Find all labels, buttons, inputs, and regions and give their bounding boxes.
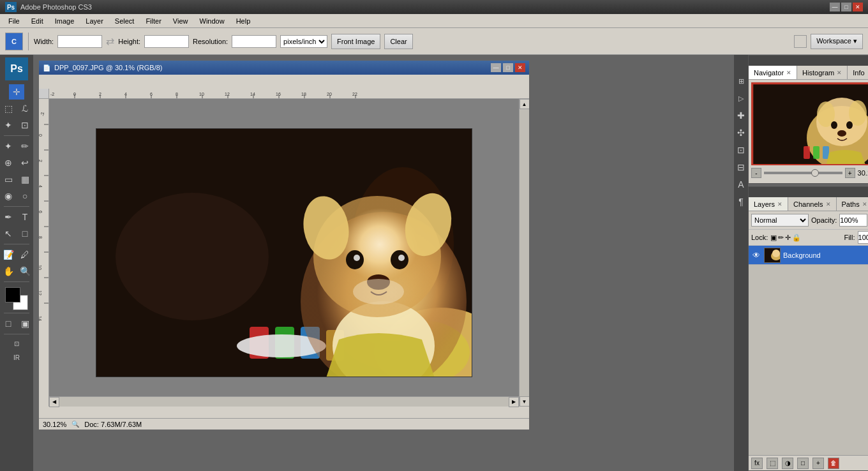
zoom-indicator-icon[interactable]: 🔍 xyxy=(71,421,79,428)
layer-visibility-icon[interactable]: 👁 xyxy=(751,250,761,260)
close-button[interactable]: ✕ xyxy=(853,3,863,11)
dodge-tool[interactable]: ○ xyxy=(17,188,33,204)
scroll-up-arrow[interactable]: ▲ xyxy=(520,99,530,109)
doc-minimize-button[interactable]: — xyxy=(491,63,501,72)
scroll-left-arrow[interactable]: ◀ xyxy=(49,397,59,407)
opacity-input[interactable] xyxy=(839,214,867,227)
layer-fx-btn[interactable]: fx xyxy=(751,458,763,469)
blend-mode-select[interactable]: Normal xyxy=(751,214,809,227)
standard-mode-btn[interactable]: □ xyxy=(1,316,16,331)
right-side-panel: ⊞ ▷ ✚ ✣ ⊡ ⊟ A ¶ ◀ ▶ Navigator xyxy=(734,55,868,471)
doc-maximize-button[interactable]: □ xyxy=(503,63,513,72)
maximize-button[interactable]: □ xyxy=(841,3,851,11)
right-tool-7[interactable]: A xyxy=(733,177,749,192)
menu-bar: File Edit Image Layer Select Filter View… xyxy=(0,14,868,28)
tool-options-icon[interactable]: C xyxy=(5,33,23,50)
layer-group-btn[interactable]: □ xyxy=(797,458,809,469)
zoom-slider-thumb[interactable] xyxy=(811,169,819,177)
spot-heal-tool[interactable]: ✦ xyxy=(1,138,16,154)
brush-tool[interactable]: ✏ xyxy=(17,138,33,154)
lock-transparent-btn[interactable]: ▣ xyxy=(770,234,777,242)
navigator-preview[interactable] xyxy=(751,82,868,165)
tab-navigator[interactable]: Navigator ✕ xyxy=(749,66,797,79)
zoom-tool[interactable]: 🔍 xyxy=(17,264,33,279)
resolution-unit-select[interactable]: pixels/inch xyxy=(280,35,327,48)
color-swatches[interactable] xyxy=(5,287,28,310)
lasso-tool[interactable]: ℒ xyxy=(17,101,33,116)
layer-row-background[interactable]: 👁 Background 🔒 xyxy=(749,246,868,265)
right-tool-4[interactable]: ✣ xyxy=(733,125,749,140)
menu-file[interactable]: File xyxy=(3,15,26,27)
menu-filter[interactable]: Filter xyxy=(140,15,167,27)
vertical-scrollbar[interactable]: ▲ ▼ xyxy=(519,99,529,407)
right-tool-8[interactable]: ¶ xyxy=(733,194,749,209)
tab-channels[interactable]: Channels ✕ xyxy=(788,197,836,211)
channels-tab-close[interactable]: ✕ xyxy=(826,201,831,207)
navigator-close-icon[interactable]: ✕ xyxy=(786,70,791,76)
new-layer-btn[interactable]: + xyxy=(812,458,824,469)
delete-layer-btn[interactable]: 🗑 xyxy=(828,458,839,469)
height-input[interactable] xyxy=(144,35,189,48)
menu-help[interactable]: Help xyxy=(230,15,257,27)
shape-tool[interactable]: □ xyxy=(17,226,33,241)
magic-wand-tool[interactable]: ✦ xyxy=(1,117,16,133)
scroll-down-arrow[interactable]: ▼ xyxy=(520,396,530,407)
front-image-button[interactable]: Front Image xyxy=(331,34,380,49)
menu-edit[interactable]: Edit xyxy=(26,15,49,27)
menu-select[interactable]: Select xyxy=(109,15,140,27)
type-tool[interactable]: T xyxy=(17,209,33,225)
menu-image[interactable]: Image xyxy=(49,15,80,27)
right-tool-6[interactable]: ⊟ xyxy=(733,160,749,175)
paths-tab-close[interactable]: ✕ xyxy=(862,201,867,207)
marquee-tool[interactable]: ⬚ xyxy=(1,101,16,116)
right-tool-1[interactable]: ⊞ xyxy=(733,73,749,89)
clear-button[interactable]: Clear xyxy=(384,34,412,49)
resolution-input[interactable] xyxy=(232,35,276,48)
zoom-out-btn[interactable]: - xyxy=(751,168,761,178)
menu-view[interactable]: View xyxy=(167,15,194,27)
right-tool-2[interactable]: ▷ xyxy=(733,91,749,106)
right-tool-3[interactable]: ✚ xyxy=(733,108,749,123)
workspace-button[interactable]: Workspace ▾ xyxy=(811,34,863,49)
minimize-button[interactable]: — xyxy=(830,3,840,11)
menu-window[interactable]: Window xyxy=(194,15,230,27)
foreground-color-swatch[interactable] xyxy=(5,287,20,303)
hand-tool[interactable]: ✋ xyxy=(1,264,16,279)
histogram-close-icon[interactable]: ✕ xyxy=(837,70,842,76)
menu-layer[interactable]: Layer xyxy=(80,15,109,27)
screen-mode-btn[interactable]: ⊡ xyxy=(5,337,28,350)
workspace-icon[interactable] xyxy=(794,35,807,48)
blur-tool[interactable]: ◉ xyxy=(1,188,16,204)
scroll-right-arrow[interactable]: ▶ xyxy=(509,397,519,407)
tab-info[interactable]: Info ✕ xyxy=(848,66,868,79)
right-tool-5[interactable]: ⊡ xyxy=(733,142,749,158)
lock-position-btn[interactable]: ✛ xyxy=(785,234,791,242)
move-tool[interactable]: ✛ xyxy=(9,84,24,100)
tab-paths[interactable]: Paths ✕ xyxy=(837,197,868,211)
imageready-btn[interactable]: IR xyxy=(5,351,28,364)
eyedropper-tool[interactable]: 🖊 xyxy=(17,247,33,262)
lock-all-btn[interactable]: 🔒 xyxy=(792,234,801,242)
history-brush-tool[interactable]: ↩ xyxy=(17,155,33,170)
zoom-slider[interactable] xyxy=(764,172,842,174)
width-input[interactable] xyxy=(57,35,102,48)
horizontal-scrollbar[interactable]: ◀ ▶ xyxy=(49,396,519,407)
layer-mask-btn[interactable]: ⬚ xyxy=(767,458,778,469)
doc-close-button[interactable]: ✕ xyxy=(515,63,525,72)
tab-layers[interactable]: Layers ✕ xyxy=(749,197,788,211)
crop-tool[interactable]: ⊡ xyxy=(17,117,33,133)
layer-adjustment-btn[interactable]: ◑ xyxy=(782,458,793,469)
pen-tool[interactable]: ✒ xyxy=(1,209,16,225)
zoom-in-btn[interactable]: + xyxy=(845,168,855,178)
width-link-icon[interactable]: ⇄ xyxy=(106,35,114,47)
fill-input[interactable] xyxy=(858,231,868,244)
layers-tab-close[interactable]: ✕ xyxy=(777,201,782,207)
eraser-tool[interactable]: ▭ xyxy=(1,172,16,187)
tab-histogram[interactable]: Histogram ✕ xyxy=(797,66,848,79)
lock-image-btn[interactable]: ✏ xyxy=(778,234,784,242)
path-select-tool[interactable]: ↖ xyxy=(1,226,16,241)
quick-mask-btn[interactable]: ▣ xyxy=(17,316,33,331)
clone-stamp-tool[interactable]: ⊕ xyxy=(1,155,16,170)
notes-tool[interactable]: 📝 xyxy=(1,247,16,262)
gradient-tool[interactable]: ▦ xyxy=(17,172,33,187)
